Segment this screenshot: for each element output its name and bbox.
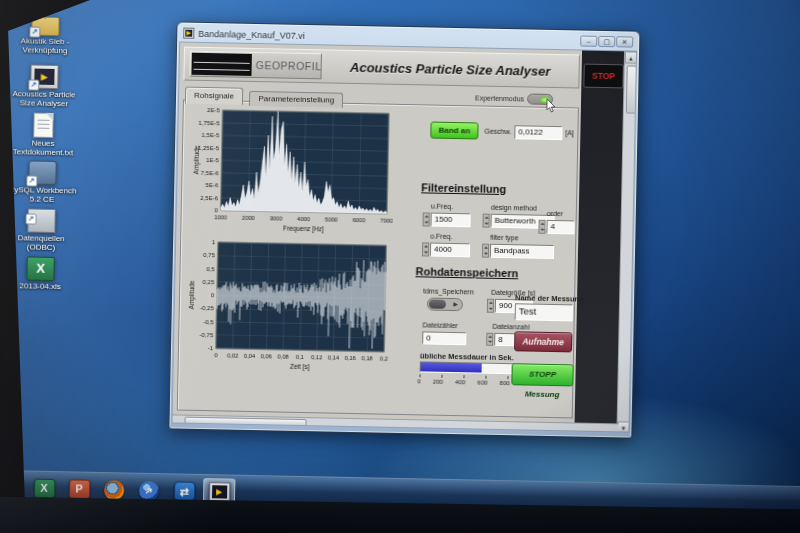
svg-text:Frequenz [Hz]: Frequenz [Hz]: [283, 225, 324, 234]
labview-app-icon: [183, 28, 194, 39]
design-method-label: design method: [491, 204, 537, 212]
file-counter-label: Dateizähler: [422, 321, 458, 329]
measurement-name-field[interactable]: Test: [515, 303, 573, 321]
taskbar-item-firefox[interactable]: [98, 476, 131, 504]
file-count-spinner[interactable]: [486, 333, 493, 346]
desktop-icon-label: Akustik Sieb - Verknüpfung: [10, 36, 80, 56]
svg-text:1,25E-5: 1,25E-5: [198, 144, 220, 150]
teamviewer-icon: [173, 481, 194, 500]
taskbar-item-labview-active[interactable]: [203, 478, 236, 506]
desktop-icon-label: Labview Messung - Verknüpfung: [11, 0, 81, 6]
tdms-save-toggle[interactable]: [427, 297, 463, 311]
taskbar-item-excel[interactable]: [28, 475, 61, 503]
window-caption-buttons: – ▢ ✕: [580, 36, 633, 48]
filesize-spinner[interactable]: [487, 299, 494, 313]
folder-shortcut-icon: [31, 16, 59, 36]
tab-strip: Rohsignale Parametereinstellung: [185, 84, 345, 107]
mouse-cursor-icon: [546, 99, 556, 113]
svg-text:7000: 7000: [380, 218, 393, 224]
order-spinner[interactable]: [538, 220, 545, 234]
taskbar-item-explorer[interactable]: [0, 474, 25, 502]
taskbar-item-teamviewer[interactable]: [168, 477, 201, 505]
svg-text:3000: 3000: [269, 215, 282, 221]
ufreq-field[interactable]: 1500: [430, 213, 470, 228]
svg-text:5E-6: 5E-6: [206, 182, 219, 188]
svg-text:Zeit [s]: Zeit [s]: [290, 363, 310, 371]
svg-text:1000: 1000: [214, 214, 227, 220]
desktop-icon-odbc[interactable]: Datenquellen (ODBC): [6, 208, 77, 255]
filter-type-spinner[interactable]: [482, 244, 489, 258]
scale-600: 600: [477, 380, 487, 386]
time-waveform-chart: 00,020,040,060,080,10,120,140,160,180,2-…: [186, 237, 393, 373]
svg-text:-0,25: -0,25: [200, 305, 214, 311]
scale-800: 800: [500, 380, 510, 386]
svg-text:0,04: 0,04: [244, 353, 256, 359]
maximize-button[interactable]: ▢: [598, 36, 615, 47]
logo-bars-icon: [191, 53, 251, 76]
svg-text:2E-5: 2E-5: [207, 107, 220, 113]
labview-icon: [208, 482, 229, 501]
svg-text:0: 0: [214, 207, 218, 213]
mysql-shortcut-icon: [28, 160, 56, 185]
ofreq-field[interactable]: 4000: [430, 243, 470, 258]
expert-mode-toggle[interactable]: [527, 93, 553, 105]
tdms-label: tdms_Speichern: [423, 287, 474, 295]
record-button[interactable]: Aufnahme: [514, 331, 572, 352]
svg-text:0,08: 0,08: [277, 354, 288, 360]
svg-text:0,06: 0,06: [261, 353, 272, 359]
desktop-icon-mysql-workbench[interactable]: MySQL Workbench 5.2 CE: [7, 160, 78, 207]
taskbar: [0, 470, 800, 524]
desktop-icon-label: 2013-04.xls: [5, 281, 75, 292]
measurement-name-label: Name der Messung: [515, 293, 584, 303]
desktop-icon-textdokument[interactable]: Neues Textdokument.txt: [8, 112, 79, 159]
close-button[interactable]: ✕: [616, 36, 633, 47]
firefox-icon: [104, 480, 124, 500]
taskbar-item-internet[interactable]: [133, 477, 166, 505]
taskbar-item-powerpoint[interactable]: [63, 475, 96, 503]
panel-header: GEOPROFIL Acoustics Particle Size Analys…: [183, 47, 580, 89]
svg-text:0,18: 0,18: [361, 355, 372, 361]
desktop-icon-label: Datenquellen (ODBC): [6, 233, 76, 253]
ufreq-spinner[interactable]: [422, 212, 429, 226]
duration-progress-fill: [421, 362, 482, 372]
tab-parametereinstellung[interactable]: Parametereinstellung: [249, 91, 343, 108]
svg-text:6000: 6000: [352, 217, 365, 223]
svg-text:-0,5: -0,5: [203, 319, 214, 325]
desktop-icon-excel-file[interactable]: 2013-04.xls: [5, 256, 76, 303]
svg-text:2,5E-6: 2,5E-6: [200, 194, 218, 200]
design-method-spinner[interactable]: [482, 214, 489, 228]
svg-text:1,5E-5: 1,5E-5: [202, 132, 220, 138]
desktop-icon-acoustics-analyser[interactable]: Acoustics Particle Size Analyser: [9, 64, 80, 111]
svg-text:-1: -1: [208, 345, 214, 351]
desktop-icon-column: Labview Messung - Verknüpfung Akustik Si…: [5, 0, 82, 305]
scale-0: 0: [417, 378, 420, 384]
odbc-shortcut-icon: [27, 208, 55, 233]
scroll-up-arrow[interactable]: ▲: [625, 51, 637, 63]
band-on-button[interactable]: Band an: [430, 122, 478, 140]
desktop-icon-label: Acoustics Particle Size Analyser: [9, 89, 79, 109]
tab-rohsignale[interactable]: Rohsignale: [185, 87, 243, 105]
desktop-icon-akustik-sieb[interactable]: Akustik Sieb - Verknüpfung: [10, 16, 81, 63]
svg-text:Amplitude: Amplitude: [188, 280, 197, 309]
desktop-icon-label: Neues Textdokument.txt: [8, 138, 78, 158]
minimize-button[interactable]: –: [580, 36, 597, 47]
order-field[interactable]: 4: [546, 220, 574, 235]
svg-text:5000: 5000: [325, 216, 338, 222]
text-file-icon: [33, 113, 53, 138]
svg-text:0,2: 0,2: [380, 356, 388, 362]
svg-text:Amplitude: Amplitude: [192, 145, 201, 174]
ofreq-spinner[interactable]: [422, 242, 429, 256]
stop-measurement-button[interactable]: STOPP Messung: [511, 363, 573, 386]
svg-text:4000: 4000: [297, 216, 310, 222]
desktop: Labview Messung - Verknüpfung Akustik Si…: [0, 0, 800, 524]
desktop-icon-labview-messung[interactable]: Labview Messung - Verknüpfung: [11, 0, 82, 13]
filter-type-field[interactable]: Bandpass: [490, 244, 554, 259]
scroll-down-arrow[interactable]: ▼: [617, 421, 629, 432]
labview-shortcut-icon: [30, 64, 58, 89]
geschw-field[interactable]: 0,0122: [514, 125, 562, 140]
stop-vi-button[interactable]: STOP: [583, 64, 623, 89]
powerpoint-icon: [68, 479, 89, 498]
file-counter-field[interactable]: 0: [422, 331, 466, 345]
internet-globe-icon: [139, 480, 159, 500]
svg-text:2000: 2000: [242, 215, 255, 221]
